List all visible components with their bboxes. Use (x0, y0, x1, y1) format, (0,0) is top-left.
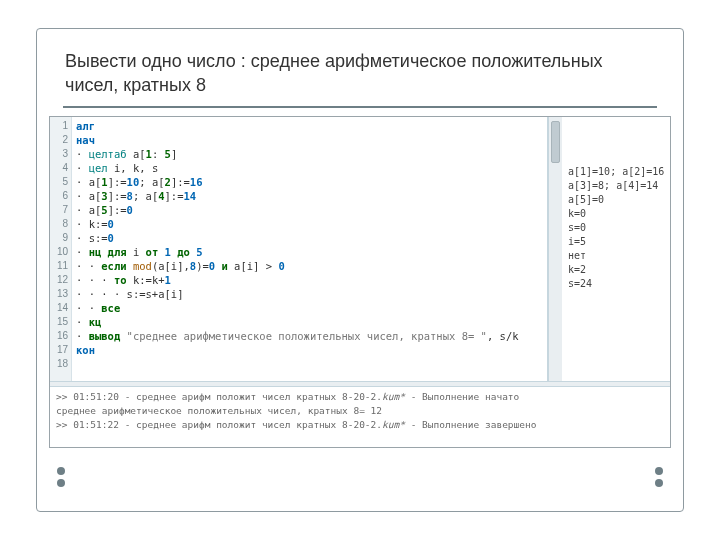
decor-dots-left (57, 463, 65, 491)
ide-top-pane: 123456789101112131415161718 алгнач· целт… (50, 117, 670, 381)
console-line: среднее арифметическое положительных чис… (56, 404, 664, 418)
line-number-gutter: 123456789101112131415161718 (50, 117, 72, 381)
variables-panel: a[1]=10; a[2]=16 a[3]=8; a[4]=14 a[5]=0 … (562, 117, 670, 381)
console-line: >> 01:51:20 - среднее арифм положит чисе… (56, 390, 664, 404)
code-editor[interactable]: 123456789101112131415161718 алгнач· целт… (50, 117, 548, 381)
vertical-scrollbar[interactable] (548, 117, 562, 381)
code-area[interactable]: алгнач· целтаб a[1: 5]· цел i, k, s· a[1… (72, 117, 547, 381)
scrollbar-thumb[interactable] (551, 121, 560, 163)
title-box: Вывести одно число : среднее арифметичес… (63, 45, 657, 108)
output-console[interactable]: >> 01:51:20 - среднее арифм положит чисе… (50, 387, 670, 447)
page-title: Вывести одно число : среднее арифметичес… (65, 49, 655, 98)
ide-window: 123456789101112131415161718 алгнач· целт… (49, 116, 671, 448)
console-line: >> 01:51:22 - среднее арифм положит чисе… (56, 418, 664, 432)
slide-frame: Вывести одно число : среднее арифметичес… (36, 28, 684, 512)
decor-dots-right (655, 463, 663, 491)
